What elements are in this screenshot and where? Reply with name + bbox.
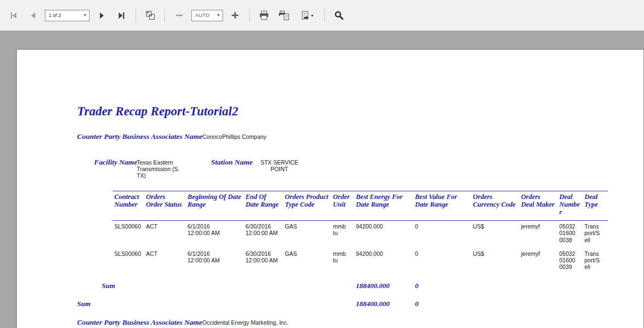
zoom-out-button[interactable] bbox=[172, 8, 187, 23]
cell-end-date: 6/30/2016 12:00:00 AM bbox=[244, 221, 283, 248]
toolbar-separator bbox=[136, 8, 136, 23]
multipage-icon bbox=[145, 10, 155, 20]
cell-best-value: 0 bbox=[413, 248, 471, 276]
next-page-button[interactable] bbox=[94, 8, 109, 23]
column-header: Contract Number bbox=[113, 191, 144, 221]
column-header: Beginning Of Date Range bbox=[186, 191, 244, 221]
cell-deal-maker: jeremyf bbox=[519, 221, 558, 248]
column-header: Orders Product Type Code bbox=[283, 191, 331, 221]
previous-page-button[interactable] bbox=[25, 8, 40, 23]
cell-order-status: ACT bbox=[144, 221, 186, 248]
cell-best-value: 0 bbox=[413, 221, 471, 248]
cell-product-type: GAS bbox=[283, 248, 331, 276]
minus-icon bbox=[175, 11, 184, 20]
counter-party-value: ConocoPhillips Company bbox=[202, 133, 266, 140]
zoom-in-button[interactable] bbox=[227, 8, 243, 23]
station-sum-best-energy: 188400.000 bbox=[356, 282, 390, 290]
cell-contract-number: SLS00060 bbox=[113, 221, 144, 248]
chevron-down-icon: ▾ bbox=[81, 13, 89, 17]
cell-order-status: ACT bbox=[144, 248, 186, 276]
plus-icon bbox=[231, 11, 239, 20]
table-row: SLS00060 ACT 6/1/2016 12:00:00 AM 6/30/2… bbox=[113, 248, 608, 276]
last-page-button[interactable] bbox=[114, 8, 129, 23]
counter-party-line: Counter Party Business Associates NameCo… bbox=[77, 131, 266, 141]
toolbar-separator bbox=[249, 8, 250, 23]
cell-best-energy: 94200.000 bbox=[354, 221, 413, 248]
multipage-view-button[interactable] bbox=[143, 8, 158, 23]
station-sum-best-value: 0 bbox=[415, 282, 419, 290]
report-viewer-area: Trader Recap Report-Tutorial2 Counter Pa… bbox=[0, 31, 644, 328]
cell-end-date: 6/30/2016 12:00:00 AM bbox=[244, 248, 283, 276]
chevron-down-icon: ▾ bbox=[311, 13, 313, 18]
column-header: Orders Deal Maker bbox=[519, 191, 558, 221]
last-page-icon bbox=[117, 11, 126, 20]
column-header: Order Unit bbox=[331, 191, 354, 221]
cell-deal-number: 05032016000038 bbox=[558, 221, 583, 248]
toolbar-separator bbox=[165, 8, 165, 23]
column-header: Deal Type bbox=[583, 191, 608, 221]
print-layout-icon bbox=[278, 10, 289, 20]
cell-product-type: GAS bbox=[283, 221, 331, 248]
export-icon bbox=[300, 10, 310, 20]
station-value: STX SERVICE POINT bbox=[256, 159, 303, 172]
cell-currency: US$ bbox=[471, 248, 519, 276]
table-header-row: Contract Number Orders Order Status Begi… bbox=[113, 191, 608, 221]
cell-contract-number: SLS00060 bbox=[113, 248, 144, 276]
printer-icon bbox=[259, 10, 270, 20]
first-page-button[interactable] bbox=[5, 8, 21, 23]
toolbar-separator bbox=[324, 8, 325, 23]
column-header: Best Energy For Date Range bbox=[354, 191, 413, 221]
cell-currency: US$ bbox=[471, 221, 519, 248]
counter-party-sum-label: Sum bbox=[77, 300, 91, 308]
counter-party-line: Counter Party Business Associates NameOc… bbox=[77, 317, 289, 327]
chevron-down-icon: ▾ bbox=[214, 13, 223, 17]
cell-deal-maker: jeremyf bbox=[519, 248, 558, 276]
page-select[interactable]: 1 of 2 ▾ bbox=[45, 10, 90, 21]
orders-table: Contract Number Orders Order Status Begi… bbox=[113, 191, 608, 276]
next-page-icon bbox=[97, 11, 107, 20]
counter-party-label: Counter Party Business Associates Name bbox=[77, 318, 202, 326]
previous-page-icon bbox=[28, 11, 38, 20]
print-button[interactable] bbox=[256, 8, 272, 23]
counter-party-sum-best-value: 0 bbox=[415, 300, 419, 308]
station-label: Station Name bbox=[211, 158, 253, 167]
facility-value: Texas Eastern Transmission (S. TX) bbox=[137, 159, 186, 179]
counter-party-value: Occidental Energy Marketing, Inc. bbox=[202, 319, 289, 326]
report-viewer-app: { "toolbar": { "page_select": { "value":… bbox=[0, 0, 644, 328]
page-select-value: 1 of 2 bbox=[45, 13, 81, 18]
column-header: Orders Order Status bbox=[144, 191, 186, 221]
column-header: End Of Date Range bbox=[244, 191, 283, 221]
counter-party-label: Counter Party Business Associates Name bbox=[77, 132, 202, 140]
column-header: Orders Currency Code bbox=[471, 191, 519, 221]
report-title: Trader Recap Report-Tutorial2 bbox=[77, 104, 238, 119]
cell-deal-type: Transport/Sell bbox=[583, 248, 608, 276]
zoom-select-value: AUTO bbox=[192, 13, 214, 18]
table-row: SLS00060 ACT 6/1/2016 12:00:00 AM 6/30/2… bbox=[113, 221, 608, 248]
zoom-select[interactable]: AUTO ▾ bbox=[191, 10, 223, 21]
facility-label: Facility Name bbox=[94, 158, 137, 167]
counter-party-sum-best-energy: 188400.000 bbox=[356, 300, 390, 308]
column-header: Deal Number bbox=[558, 191, 583, 221]
search-button[interactable] bbox=[331, 8, 347, 23]
cell-begin-date: 6/1/2016 12:00:00 AM bbox=[186, 221, 244, 248]
cell-deal-number: 05032016000039 bbox=[558, 248, 583, 276]
station-sum-label: Sum bbox=[102, 282, 115, 290]
column-header: Best Value For Date Range bbox=[413, 191, 471, 221]
search-icon bbox=[334, 10, 344, 20]
cell-deal-type: Transport/Sell bbox=[583, 221, 608, 248]
report-page: Trader Recap Report-Tutorial2 Counter Pa… bbox=[16, 49, 644, 328]
cell-order-unit: mmbtu bbox=[331, 248, 354, 276]
cell-order-unit: mmbtu bbox=[331, 221, 354, 248]
report-toolbar: 1 of 2 ▾ bbox=[0, 0, 644, 31]
export-button[interactable]: ▾ bbox=[296, 8, 318, 23]
print-layout-button[interactable] bbox=[276, 8, 291, 23]
first-page-icon bbox=[9, 11, 18, 20]
cell-best-energy: 94200.000 bbox=[354, 248, 413, 276]
cell-begin-date: 6/1/2016 12:00:00 AM bbox=[186, 248, 244, 276]
